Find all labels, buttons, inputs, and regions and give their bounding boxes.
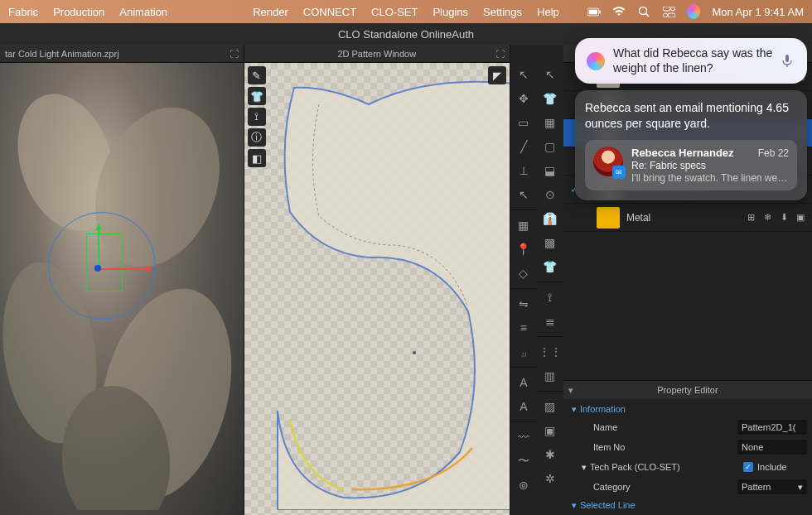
macos-menubar: Fabric Production Animation Render CONNE…	[0, 0, 812, 23]
tool-flip-h[interactable]: ⇋	[510, 292, 537, 315]
tool-cursor[interactable]: ↖	[510, 183, 537, 206]
swatch-icon	[597, 207, 620, 229]
more-icon[interactable]: ▣	[794, 211, 807, 224]
tool-measure[interactable]: ⟟	[537, 286, 563, 309]
v2d-tool-triangle[interactable]: ◤	[488, 66, 506, 84]
maximize-icon[interactable]: ⛶	[230, 49, 239, 59]
tool-diamond[interactable]: ◇	[510, 262, 537, 285]
svg-rect-1	[589, 9, 597, 14]
menu-production[interactable]: Production	[53, 6, 104, 18]
svg-rect-15	[785, 55, 789, 62]
siri-email-card[interactable]: ✉ Rebecca Hernandez Feb 22 Re: Fabric sp…	[585, 140, 797, 190]
pe-category-select[interactable]: Pattern▾	[737, 479, 807, 494]
tool-dots[interactable]: ⋮⋮	[537, 340, 563, 363]
tool-square[interactable]: ▢	[537, 135, 563, 158]
viewport-2d-canvas[interactable]: ✎ 👕 ⟟ ⓘ ◧ ◤	[244, 63, 510, 515]
tool-iron[interactable]: ⬓	[537, 159, 563, 182]
wifi-icon[interactable]	[612, 5, 626, 18]
tool-crosshatch[interactable]: ▨	[537, 395, 563, 418]
menu-connect[interactable]: CONNECT	[303, 6, 356, 18]
chevron-down-icon[interactable]: ▾	[582, 462, 587, 473]
mail-icon: ✉	[612, 166, 626, 179]
gizmo-origin[interactable]	[94, 265, 101, 272]
gizmo-axis-x[interactable]	[98, 268, 147, 270]
svg-point-8	[663, 13, 667, 17]
property-editor-title: Property Editor	[657, 385, 718, 395]
menu-fabric[interactable]: Fabric	[8, 6, 38, 18]
pe-section-information[interactable]: ▾ Information	[563, 401, 812, 417]
pe-include-label: Include	[757, 462, 807, 472]
tool-garment-icon[interactable]: 👕	[537, 87, 563, 110]
tool-pin[interactable]: 📍	[510, 238, 537, 261]
siri-icon[interactable]	[687, 5, 700, 18]
property-editor-panel: ▾ Property Editor ▾ Information Name Pat…	[563, 380, 812, 515]
tool-bars[interactable]: ▥	[537, 364, 563, 387]
viewport-3d-canvas[interactable]	[0, 63, 244, 515]
tool-flower[interactable]: ✱	[537, 443, 563, 466]
control-center-icon[interactable]	[662, 5, 675, 18]
menu-render[interactable]: Render	[253, 6, 288, 18]
freeze-icon[interactable]: ❄	[761, 211, 774, 224]
tool-shirt2[interactable]: 👕	[537, 255, 563, 278]
microphone-icon[interactable]	[782, 55, 795, 68]
pe-itemno-value[interactable]: None	[737, 440, 807, 455]
viewport-2d-title: 2D Pattern Window	[337, 49, 416, 59]
svg-point-3	[640, 7, 647, 15]
tool-curve[interactable]: 〜	[510, 450, 537, 473]
v2d-tool-pen[interactable]: ✎	[248, 66, 266, 84]
collapse-icon[interactable]: ▾	[568, 385, 573, 396]
tool-texture[interactable]: ▩	[537, 231, 563, 254]
tool-box[interactable]: ▣	[537, 419, 563, 442]
siri-overlay: What did Rebecca say was the weight of t…	[575, 38, 807, 200]
gizmo-plane[interactable]	[86, 233, 123, 291]
v2d-tool-shirt[interactable]: 👕	[248, 87, 266, 105]
object-browser-item[interactable]: Metal⊞❄⬇▣	[563, 204, 812, 232]
tool-target[interactable]: ⊚	[510, 474, 537, 497]
window-title: CLO Standalone OnlineAuth	[338, 28, 474, 41]
add-icon[interactable]: ⊞	[744, 211, 757, 224]
tool-grid[interactable]: ▦	[510, 214, 537, 237]
tool-align[interactable]: ≣	[537, 310, 563, 333]
tool-panel[interactable]: ▦	[537, 111, 563, 134]
gizmo-axis-y[interactable]	[98, 229, 99, 270]
email-date: Feb 22	[758, 147, 789, 159]
maximize-icon[interactable]: ⛶	[495, 49, 505, 59]
email-sender: Rebecca Hernandez	[631, 147, 734, 159]
pe-include-checkbox[interactable]: ✓	[743, 462, 753, 472]
menu-animation[interactable]: Animation	[119, 6, 167, 18]
tool-text-a2[interactable]: A	[510, 395, 537, 418]
tool-stack[interactable]: ≡	[510, 316, 537, 339]
tool-zigzag[interactable]: 〰	[510, 426, 537, 449]
v2d-tool-info[interactable]: ⓘ	[248, 128, 266, 147]
tool-point[interactable]: ⊙	[537, 183, 563, 206]
menu-settings[interactable]: Settings	[483, 6, 522, 18]
pe-name-value[interactable]: Pattern2D_1(	[737, 420, 807, 435]
viewport-3d-header: tar Cold Light Animation.zprj ⛶	[0, 45, 244, 63]
svg-rect-2	[600, 10, 602, 13]
tool-rectangle[interactable]: ▭	[510, 111, 537, 134]
tool-gear[interactable]: ✲	[537, 467, 563, 490]
menubar-datetime[interactable]: Mon Apr 1 9:41 AM	[712, 6, 804, 18]
tool-text-a[interactable]: A	[510, 371, 537, 394]
viewport-2d-header: 2D Pattern Window ⛶	[244, 45, 510, 63]
menu-closet[interactable]: CLO-SET	[371, 6, 418, 18]
transform-gizmo[interactable]	[48, 212, 156, 320]
siri-query-bubble[interactable]: What did Rebecca say was the weight of t…	[575, 38, 807, 84]
tool-line[interactable]: ╱	[510, 135, 537, 158]
menu-help[interactable]: Help	[537, 6, 559, 18]
v2d-tool-hanger[interactable]: ⟟	[248, 108, 266, 126]
download-icon[interactable]: ⬇	[777, 211, 790, 224]
tool-vest[interactable]: 👔	[537, 207, 563, 230]
search-icon[interactable]	[637, 5, 650, 18]
tool-perp[interactable]: ⊥	[510, 159, 537, 182]
menu-plugins[interactable]: Plugins	[433, 6, 468, 18]
tool-select[interactable]: ↖	[510, 63, 537, 86]
battery-icon[interactable]	[587, 5, 601, 18]
pe-section-selectedline[interactable]: ▾ Selected Line	[563, 497, 812, 513]
tool-move[interactable]: ✥	[510, 87, 537, 110]
v2d-tool-garment[interactable]: ◧	[248, 149, 266, 167]
siri-orb-icon	[587, 52, 605, 70]
chevron-down-icon: ▾	[798, 482, 803, 493]
tool-arrow[interactable]: ↖	[537, 63, 563, 86]
tool-ruler[interactable]: ⟓	[510, 340, 537, 363]
